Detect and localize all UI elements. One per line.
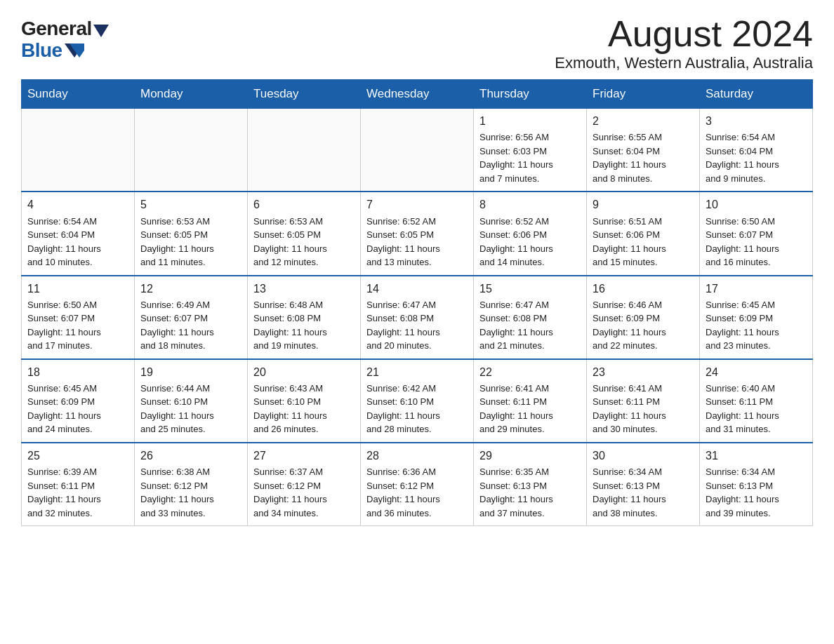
header-wednesday: Wednesday — [361, 80, 474, 109]
calendar-cell: 14Sunrise: 6:47 AMSunset: 6:08 PMDayligh… — [361, 276, 474, 359]
day-number: 7 — [366, 196, 468, 213]
calendar-cell — [361, 109, 474, 192]
header-thursday: Thursday — [474, 80, 587, 109]
day-info: Sunrise: 6:41 AMSunset: 6:11 PMDaylight:… — [479, 382, 581, 436]
calendar-cell: 22Sunrise: 6:41 AMSunset: 6:11 PMDayligh… — [474, 359, 587, 443]
calendar-cell: 6Sunrise: 6:53 AMSunset: 6:05 PMDaylight… — [248, 192, 361, 275]
header-tuesday: Tuesday — [248, 80, 361, 109]
day-number: 18 — [27, 364, 128, 380]
day-number: 20 — [253, 364, 355, 380]
day-info: Sunrise: 6:38 AMSunset: 6:12 PMDaylight:… — [140, 465, 241, 520]
calendar-week-4: 18Sunrise: 6:45 AMSunset: 6:09 PMDayligh… — [22, 359, 813, 443]
day-number: 14 — [366, 281, 468, 297]
calendar-cell: 25Sunrise: 6:39 AMSunset: 6:11 PMDayligh… — [22, 443, 135, 526]
day-number: 5 — [140, 196, 241, 213]
calendar-cell: 16Sunrise: 6:46 AMSunset: 6:09 PMDayligh… — [587, 276, 700, 359]
day-number: 8 — [479, 196, 581, 213]
day-number: 4 — [27, 196, 128, 213]
calendar-cell: 30Sunrise: 6:34 AMSunset: 6:13 PMDayligh… — [587, 443, 700, 526]
day-number: 24 — [706, 364, 807, 380]
calendar-week-1: 1Sunrise: 6:56 AMSunset: 6:03 PMDaylight… — [22, 109, 813, 192]
title-section: August 2024 Exmouth, Western Australia, … — [555, 14, 813, 72]
calendar-cell: 9Sunrise: 6:51 AMSunset: 6:06 PMDaylight… — [587, 192, 700, 275]
month-year-title: August 2024 — [555, 14, 813, 54]
calendar-cell: 31Sunrise: 6:34 AMSunset: 6:13 PMDayligh… — [700, 443, 813, 526]
calendar-week-2: 4Sunrise: 6:54 AMSunset: 6:04 PMDaylight… — [22, 192, 813, 275]
header-monday: Monday — [135, 80, 248, 109]
day-number: 28 — [366, 448, 468, 464]
day-info: Sunrise: 6:34 AMSunset: 6:13 PMDaylight:… — [706, 465, 807, 520]
calendar-cell: 18Sunrise: 6:45 AMSunset: 6:09 PMDayligh… — [22, 359, 135, 443]
calendar-cell: 17Sunrise: 6:45 AMSunset: 6:09 PMDayligh… — [700, 276, 813, 359]
logo-blue: Blue — [21, 40, 84, 62]
location-subtitle: Exmouth, Western Australia, Australia — [555, 54, 813, 72]
calendar-cell: 1Sunrise: 6:56 AMSunset: 6:03 PMDaylight… — [474, 109, 587, 192]
header-friday: Friday — [587, 80, 700, 109]
day-info: Sunrise: 6:41 AMSunset: 6:11 PMDaylight:… — [593, 382, 694, 436]
day-number: 26 — [140, 448, 241, 464]
day-number: 27 — [253, 448, 355, 464]
day-info: Sunrise: 6:51 AMSunset: 6:06 PMDaylight:… — [593, 215, 694, 269]
day-number: 16 — [593, 281, 694, 297]
day-info: Sunrise: 6:42 AMSunset: 6:10 PMDaylight:… — [366, 382, 468, 436]
day-info: Sunrise: 6:55 AMSunset: 6:04 PMDaylight:… — [593, 130, 694, 185]
calendar-cell: 26Sunrise: 6:38 AMSunset: 6:12 PMDayligh… — [135, 443, 248, 526]
day-info: Sunrise: 6:36 AMSunset: 6:12 PMDaylight:… — [366, 465, 468, 520]
calendar-cell — [135, 109, 248, 192]
header-sunday: Sunday — [22, 80, 135, 109]
day-info: Sunrise: 6:45 AMSunset: 6:09 PMDaylight:… — [706, 298, 807, 353]
day-number: 12 — [140, 281, 241, 297]
calendar-cell: 10Sunrise: 6:50 AMSunset: 6:07 PMDayligh… — [700, 192, 813, 275]
day-number: 17 — [706, 281, 807, 297]
day-number: 25 — [27, 448, 128, 464]
day-number: 2 — [593, 113, 694, 129]
day-info: Sunrise: 6:49 AMSunset: 6:07 PMDaylight:… — [140, 298, 241, 353]
day-number: 19 — [140, 364, 241, 380]
calendar-cell: 7Sunrise: 6:52 AMSunset: 6:05 PMDaylight… — [361, 192, 474, 275]
calendar-week-3: 11Sunrise: 6:50 AMSunset: 6:07 PMDayligh… — [22, 276, 813, 359]
calendar-cell — [248, 109, 361, 192]
day-number: 11 — [27, 281, 128, 297]
day-info: Sunrise: 6:37 AMSunset: 6:12 PMDaylight:… — [253, 465, 355, 520]
day-info: Sunrise: 6:53 AMSunset: 6:05 PMDaylight:… — [140, 215, 241, 269]
day-info: Sunrise: 6:52 AMSunset: 6:05 PMDaylight:… — [366, 215, 468, 269]
calendar-cell: 2Sunrise: 6:55 AMSunset: 6:04 PMDaylight… — [587, 109, 700, 192]
calendar-cell: 5Sunrise: 6:53 AMSunset: 6:05 PMDaylight… — [135, 192, 248, 275]
day-number: 13 — [253, 281, 355, 297]
calendar-cell: 28Sunrise: 6:36 AMSunset: 6:12 PMDayligh… — [361, 443, 474, 526]
day-number: 31 — [706, 448, 807, 464]
logo: General Blue — [21, 14, 109, 62]
day-info: Sunrise: 6:35 AMSunset: 6:13 PMDaylight:… — [479, 465, 581, 520]
day-info: Sunrise: 6:40 AMSunset: 6:11 PMDaylight:… — [706, 382, 807, 436]
header-saturday: Saturday — [700, 80, 813, 109]
day-info: Sunrise: 6:34 AMSunset: 6:13 PMDaylight:… — [593, 465, 694, 520]
day-number: 23 — [593, 364, 694, 380]
calendar-cell: 20Sunrise: 6:43 AMSunset: 6:10 PMDayligh… — [248, 359, 361, 443]
day-info: Sunrise: 6:50 AMSunset: 6:07 PMDaylight:… — [27, 298, 128, 353]
day-info: Sunrise: 6:44 AMSunset: 6:10 PMDaylight:… — [140, 382, 241, 436]
calendar-cell: 3Sunrise: 6:54 AMSunset: 6:04 PMDaylight… — [700, 109, 813, 192]
day-info: Sunrise: 6:53 AMSunset: 6:05 PMDaylight:… — [253, 215, 355, 269]
day-number: 6 — [253, 196, 355, 213]
day-number: 22 — [479, 364, 581, 380]
day-info: Sunrise: 6:45 AMSunset: 6:09 PMDaylight:… — [27, 382, 128, 436]
day-info: Sunrise: 6:39 AMSunset: 6:11 PMDaylight:… — [27, 465, 128, 520]
calendar-header-row: SundayMondayTuesdayWednesdayThursdayFrid… — [22, 80, 813, 109]
day-info: Sunrise: 6:56 AMSunset: 6:03 PMDaylight:… — [479, 130, 581, 185]
calendar-cell: 23Sunrise: 6:41 AMSunset: 6:11 PMDayligh… — [587, 359, 700, 443]
day-number: 10 — [706, 196, 807, 213]
day-number: 9 — [593, 196, 694, 213]
day-info: Sunrise: 6:47 AMSunset: 6:08 PMDaylight:… — [366, 298, 468, 353]
day-number: 21 — [366, 364, 468, 380]
day-number: 1 — [479, 113, 581, 129]
calendar-cell — [22, 109, 135, 192]
day-info: Sunrise: 6:52 AMSunset: 6:06 PMDaylight:… — [479, 215, 581, 269]
calendar-table: SundayMondayTuesdayWednesdayThursdayFrid… — [21, 79, 813, 526]
day-number: 30 — [593, 448, 694, 464]
calendar-cell: 4Sunrise: 6:54 AMSunset: 6:04 PMDaylight… — [22, 192, 135, 275]
day-info: Sunrise: 6:43 AMSunset: 6:10 PMDaylight:… — [253, 382, 355, 436]
day-info: Sunrise: 6:50 AMSunset: 6:07 PMDaylight:… — [706, 215, 807, 269]
calendar-cell: 13Sunrise: 6:48 AMSunset: 6:08 PMDayligh… — [248, 276, 361, 359]
day-info: Sunrise: 6:54 AMSunset: 6:04 PMDaylight:… — [706, 130, 807, 185]
calendar-cell: 15Sunrise: 6:47 AMSunset: 6:08 PMDayligh… — [474, 276, 587, 359]
